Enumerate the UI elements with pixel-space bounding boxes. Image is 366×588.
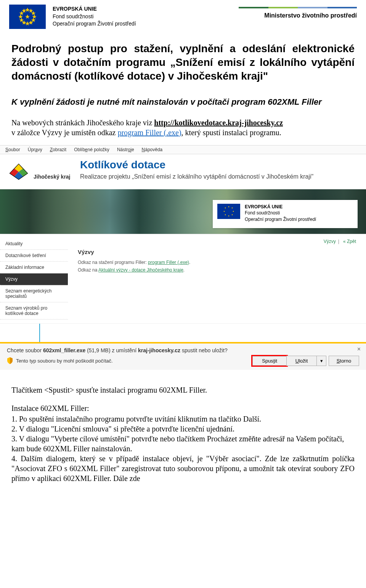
svg-rect-11 <box>217 204 240 219</box>
save-dropdown-button[interactable]: ▾ <box>316 356 326 366</box>
program-filler-exe-link[interactable]: program Filler (.exe) <box>148 260 189 265</box>
vyzvy-line2-pre: Odkaz na <box>78 267 98 273</box>
page-subtitle: K vyplnění žádosti je nutné mít nainstal… <box>11 96 355 107</box>
site-sidebar: Aktuality Dotazníkové šetření Základní i… <box>0 234 68 323</box>
hero-top-bar: Jihočeský kraj <box>0 154 366 189</box>
sidebar-item-seznam-vyrobku[interactable]: Seznam výrobků pro kotlíkové dotace <box>0 302 68 320</box>
sidebar-item-seznam-energetickych[interactable]: Seznam energetických specialistů <box>0 285 68 302</box>
header-left-group: EVROPSKÁ UNIE Fond soudržnosti Operační … <box>9 5 136 29</box>
spacer <box>0 324 366 342</box>
eu-box-l1: EVROPSKÁ UNIE <box>245 204 316 210</box>
svg-point-15 <box>233 211 234 212</box>
strip-main: Výzvy | « Zpět Výzvy Odkaz na stažení pr… <box>68 234 366 323</box>
svg-point-13 <box>228 215 230 216</box>
breadcrumb: Výzvy | « Zpět <box>78 237 358 249</box>
install-step-2: 2. V dialogu "Licenční smlouva" si přečt… <box>11 424 355 434</box>
eu-line-2: Fond soudržnosti <box>53 13 136 21</box>
dl-pre: Chcete soubor <box>7 347 43 353</box>
program-filler-inline-link[interactable]: program Filler (.exe) <box>117 128 181 137</box>
eu-line-3: Operační program Životní prostředí <box>53 20 136 28</box>
dl-host: kraj-jihocesky.cz <box>138 347 180 353</box>
close-icon[interactable]: × <box>357 346 361 353</box>
download-prompt-text: Chcete soubor 602xml_filler.exe (51,9 MB… <box>7 347 359 353</box>
browser-menubar: Soubor Úpravy Zobrazit Oblíbené položky … <box>0 145 366 154</box>
kraj-logo: Jihočeský kraj <box>8 163 71 181</box>
menu-napoveda[interactable]: Nápověda <box>142 147 163 152</box>
dl-filename: 602xml_filler.exe <box>43 347 85 353</box>
hero-eu-box-text: EVROPSKÁ UNIE Fond soudržnosti Operační … <box>245 204 316 223</box>
breadcrumb-vyzvy[interactable]: Výzvy <box>324 239 336 244</box>
doc-intro-section: Podrobný postup pro stažení, vyplnění a … <box>0 33 366 145</box>
lower-p1: Tlačítkem <Spustit> spusťte instalaci pr… <box>11 385 355 395</box>
menu-oblibene[interactable]: Oblíbené položky <box>74 147 109 152</box>
eu-box-l2: Fond soudržnosti <box>245 210 316 216</box>
lower-instructions: Tlačítkem <Spustit> spusťte instalaci pr… <box>0 370 366 491</box>
run-button[interactable]: Spustit <box>252 356 287 366</box>
intro-paragraph: Na webových stránkách Jihočeského kraje … <box>11 118 355 137</box>
eu-header-text: EVROPSKÁ UNIE Fond soudržnosti Operační … <box>53 5 136 28</box>
kraj-label: Jihočeský kraj <box>34 174 71 180</box>
sidebar-item-vyzvy[interactable]: Výzvy <box>0 273 68 285</box>
page-title: Podrobný postup pro stažení, vyplnění a … <box>11 42 355 83</box>
mzp-label: Ministerstvo životního prostředí <box>264 12 357 19</box>
header-right-group: Ministerstvo životního prostředí <box>239 5 357 19</box>
install-step-4: 4. Dalším dialogem, který se v případě i… <box>11 454 355 483</box>
install-heading: Instalace 602XML Filler: <box>11 403 355 413</box>
download-row2: Tento typ souboru by mohl poškodit počít… <box>7 356 359 366</box>
eu-flag-large <box>9 5 46 29</box>
vyzvy-heading: Výzvy <box>78 249 358 255</box>
kotlikove-url-link[interactable]: http://kotlikovedotace.kraj-jihocesky.cz <box>154 118 283 127</box>
svg-point-18 <box>225 214 226 215</box>
svg-point-19 <box>232 214 233 215</box>
hero-subtitle: Realizace projektu „Snížení emisí z loká… <box>80 173 313 180</box>
aktualni-vyzvy-link[interactable]: Aktuální výzvy - dotace Jihočeského kraj… <box>98 267 183 273</box>
vyzvy-line2: Odkaz na Aktuální výzvy - dotace Jihočes… <box>78 267 358 273</box>
vyzvy-line1-pre: Odkaz na stažení programu Filler: <box>78 260 148 265</box>
dl-size: (51,9 MB) z umístění <box>87 347 138 353</box>
install-steps-list: 1. Po spuštění instalačního programu pot… <box>11 414 355 483</box>
intro-line2b: , který spustí instalaci programu. <box>181 128 281 137</box>
eu-flag-small-icon <box>217 204 240 219</box>
breadcrumb-sep: | <box>338 239 339 244</box>
mzp-color-bar <box>239 7 357 8</box>
hero-title: Kotlíkové dotace <box>80 159 165 171</box>
hero-eu-box: EVROPSKÁ UNIE Fond soudržnosti Operační … <box>213 200 358 228</box>
svg-point-16 <box>225 207 226 208</box>
site-hero: Jihočeský kraj Kotlíkové dotace Realizac… <box>0 154 366 234</box>
save-button[interactable]: Uložit <box>286 356 317 366</box>
download-notification-bar: × Chcete soubor 602xml_filler.exe (51,9 … <box>0 342 366 370</box>
dl-warning-text: Tento typ souboru by mohl poškodit počít… <box>16 358 113 364</box>
save-button-group: Uložit ▾ <box>287 356 326 366</box>
install-step-1: 1. Po spuštění instalačního programu pot… <box>11 414 355 424</box>
menu-zobrazit[interactable]: Zobrazit <box>50 147 66 152</box>
intro-pre: Na webových stránkách Jihočeského kraje … <box>11 118 154 127</box>
sidebar-item-aktuality[interactable]: Aktuality <box>0 238 68 250</box>
vyzvy-line1: Odkaz na stažení programu Filler: progra… <box>78 260 358 265</box>
eu-line-1: EVROPSKÁ UNIE <box>53 5 136 13</box>
download-warning: Tento typ souboru by mohl poškodit počít… <box>7 357 113 364</box>
sidebar-item-dotaznikove[interactable]: Dotazníkové šetření <box>0 250 68 262</box>
install-step-3: 3. V dialogu "Vyberte cílové umístění" p… <box>11 434 355 454</box>
intro-line2a: v záložce Výzvy je umístěn odkaz <box>11 128 117 137</box>
vyzvy-line1-post: . <box>189 260 190 265</box>
site-content-strip: Aktuality Dotazníkové šetření Základní i… <box>0 234 366 324</box>
vyzvy-line2-post: . <box>183 267 185 273</box>
menu-upravy[interactable]: Úpravy <box>28 147 42 152</box>
svg-point-12 <box>228 206 230 207</box>
sidebar-item-zakladni[interactable]: Základní informace <box>0 262 68 273</box>
shield-warning-icon <box>7 357 13 364</box>
cancel-button[interactable]: Storno <box>329 356 359 366</box>
svg-point-14 <box>224 211 225 212</box>
menu-nastroje[interactable]: Nástroje <box>117 147 134 152</box>
svg-point-17 <box>232 207 233 208</box>
dl-post: spustit nebo uložit? <box>182 347 228 353</box>
download-buttons: Spustit Uložit ▾ Storno <box>250 356 359 366</box>
eu-box-l3: Operační program Životní prostředí <box>245 216 316 223</box>
breadcrumb-back[interactable]: « Zpět <box>343 239 356 244</box>
menu-soubor[interactable]: Soubor <box>5 147 20 152</box>
page-header: EVROPSKÁ UNIE Fond soudržnosti Operační … <box>0 0 366 33</box>
